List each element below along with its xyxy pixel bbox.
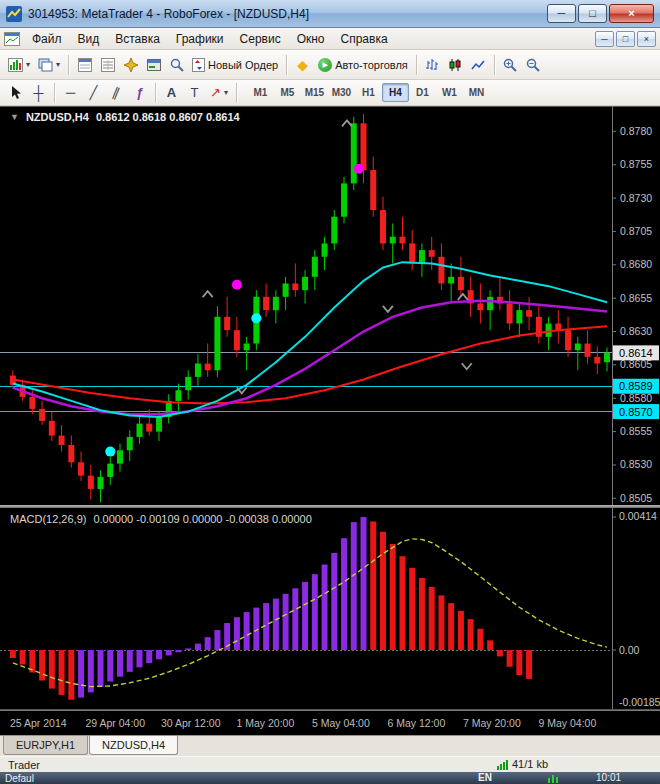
- time-label: 6 May 12:00: [388, 717, 446, 729]
- text-tool-icon: A: [167, 86, 176, 99]
- data-window-icon: [101, 58, 115, 72]
- fibonacci-button[interactable]: ƒ: [128, 82, 151, 103]
- time-label: 1 May 20:00: [237, 717, 295, 729]
- zoom-in-button[interactable]: [499, 53, 522, 77]
- menu-item-view[interactable]: Вид: [70, 30, 108, 48]
- chevron-down-icon: ▾: [26, 60, 30, 69]
- language-indicator[interactable]: EN: [478, 772, 492, 783]
- traffic-text: 41/1 kb: [512, 758, 548, 770]
- bar-chart-button[interactable]: [421, 53, 444, 77]
- zoom-out-button[interactable]: [522, 53, 545, 77]
- text-tool-button[interactable]: A: [160, 82, 183, 103]
- timeframe-h1[interactable]: H1: [355, 83, 382, 102]
- timeframe-h4[interactable]: H4: [382, 83, 409, 102]
- new-order-icon: [192, 58, 205, 72]
- metaeditor-button[interactable]: ◆: [291, 53, 314, 77]
- equidistant-channel-button[interactable]: ∥: [105, 82, 128, 103]
- horizontal-line-button[interactable]: ─: [59, 82, 82, 103]
- tray-chart-icon[interactable]: [548, 773, 558, 783]
- cursor-button[interactable]: [4, 82, 27, 103]
- tab-eurjpy-h1[interactable]: EURJPY,H1: [3, 736, 88, 755]
- timeframe-w1[interactable]: W1: [436, 83, 463, 102]
- connection-status[interactable]: 41/1 kb: [497, 758, 548, 770]
- macd-chart[interactable]: 0.004140.00-0.00185: [0, 508, 660, 710]
- metatrader-window: 3014953: MetaTrader 4 - RoboForex - [NZD…: [0, 0, 660, 784]
- separator: [236, 83, 237, 103]
- time-label: 29 Apr 04:00: [86, 717, 146, 729]
- market-watch-button[interactable]: [73, 53, 96, 77]
- market-watch-icon: [78, 58, 92, 72]
- new-chart-button[interactable]: ▾: [4, 53, 34, 77]
- candlestick-chart-button[interactable]: [444, 53, 467, 77]
- autotrade-play-icon: ▶: [318, 58, 332, 72]
- strategy-tester-button[interactable]: [165, 53, 188, 77]
- tab-bar: EURJPY,H1NZDUSD,H4: [0, 735, 660, 756]
- minimize-button[interactable]: ─: [547, 4, 576, 23]
- mdi-close-button[interactable]: ×: [637, 31, 656, 47]
- time-axis[interactable]: 25 Apr 201429 Apr 04:0030 Apr 12:001 May…: [0, 710, 660, 735]
- toolbar-line-studies: ┼ ─ ╱ ∥ ƒ A T ↗ ▾ M1M5M15M30H1H4D1W1MN: [0, 80, 660, 106]
- chart-region: 0.87800.87550.87300.87050.86800.86550.86…: [0, 106, 660, 735]
- separator: [68, 55, 69, 75]
- menu-item-insert[interactable]: Вставка: [107, 30, 168, 48]
- new-order-button[interactable]: Новый Ордер: [188, 53, 282, 77]
- price-axis[interactable]: [613, 106, 660, 710]
- signal-bars-icon: [497, 759, 508, 770]
- chart-window-icon: [4, 32, 20, 46]
- time-label: 30 Apr 12:00: [161, 717, 221, 729]
- window-controls: ─ □ ×: [547, 4, 654, 23]
- bar-chart-icon: [425, 58, 439, 72]
- main-chart[interactable]: 0.87800.87550.87300.87050.86800.86550.86…: [0, 106, 660, 505]
- menu-item-service[interactable]: Сервис: [232, 30, 289, 48]
- line-chart-icon: [471, 58, 485, 72]
- navigator-icon: [124, 58, 138, 72]
- app-icon: [6, 6, 22, 22]
- metaeditor-icon: ◆: [297, 58, 308, 72]
- cursor-icon: [10, 85, 22, 100]
- time-label: 5 May 04:00: [312, 717, 370, 729]
- menu-item-help[interactable]: Справка: [333, 30, 396, 48]
- timeframe-m1[interactable]: M1: [247, 83, 274, 102]
- mdi-restore-button[interactable]: □: [616, 31, 635, 47]
- menu-item-file[interactable]: Файл: [24, 30, 70, 48]
- autotrade-button[interactable]: ▶ Авто-торговля: [314, 53, 412, 77]
- time-label: 25 Apr 2014: [10, 717, 67, 729]
- close-button[interactable]: ×: [609, 4, 654, 23]
- arrows-tool-button[interactable]: ↗ ▾: [206, 82, 232, 103]
- timeframe-mn[interactable]: MN: [463, 83, 490, 102]
- taskbar-app-button[interactable]: Defaul: [5, 773, 34, 784]
- timeframe-m30[interactable]: M30: [328, 83, 355, 102]
- profiles-button[interactable]: ▾: [34, 53, 64, 77]
- text-label-icon: T: [191, 86, 199, 99]
- toolbar-standard: ▾ ▾: [0, 50, 660, 80]
- autotrade-label: Авто-торговля: [335, 59, 408, 71]
- profiles-icon: [38, 58, 53, 72]
- mdi-window-controls: ─ □ ×: [595, 31, 656, 47]
- terminal-button[interactable]: [142, 53, 165, 77]
- text-label-button[interactable]: T: [183, 82, 206, 103]
- chevron-down-icon: ▾: [56, 60, 60, 69]
- menu-item-window[interactable]: Окно: [289, 30, 333, 48]
- timeframe-d1[interactable]: D1: [409, 83, 436, 102]
- time-label: 7 May 20:00: [463, 717, 521, 729]
- title-bar[interactable]: 3014953: MetaTrader 4 - RoboForex - [NZD…: [0, 0, 660, 28]
- timeframe-m5[interactable]: M5: [274, 83, 301, 102]
- data-window-button[interactable]: [96, 53, 119, 77]
- status-bar: Trader 41/1 kb: [0, 756, 660, 772]
- horizontal-line-icon: ─: [66, 86, 75, 99]
- terminal-icon: [147, 58, 161, 72]
- clock[interactable]: 10:01: [596, 772, 621, 783]
- mdi-minimize-button[interactable]: ─: [595, 31, 614, 47]
- status-left-text: Trader: [0, 759, 40, 771]
- maximize-button[interactable]: □: [578, 4, 607, 23]
- separator: [416, 55, 417, 75]
- time-label: 9 May 04:00: [539, 717, 597, 729]
- channel-icon: ∥: [111, 85, 122, 99]
- crosshair-button[interactable]: ┼: [27, 82, 50, 103]
- navigator-button[interactable]: [119, 53, 142, 77]
- trendline-button[interactable]: ╱: [82, 82, 105, 103]
- tab-nzdusd-h4[interactable]: NZDUSD,H4: [89, 736, 178, 755]
- menu-item-charts[interactable]: Графики: [168, 30, 232, 48]
- line-chart-button[interactable]: [467, 53, 490, 77]
- timeframe-m15[interactable]: M15: [301, 83, 328, 102]
